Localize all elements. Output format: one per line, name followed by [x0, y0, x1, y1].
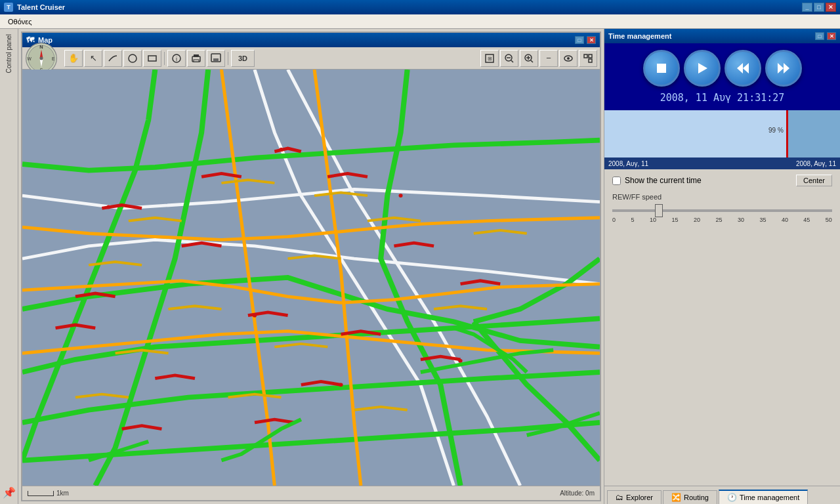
scale-label: 1km — [56, 490, 69, 497]
show-current-time-row: Show the current time Center — [612, 175, 832, 186]
rectangle-button[interactable] — [143, 50, 161, 67]
close-button[interactable]: ✕ — [826, 3, 836, 12]
eye-button[interactable] — [559, 50, 578, 67]
tick-45: 45 — [803, 217, 810, 223]
svg-marker-44 — [784, 63, 789, 74]
svg-point-9 — [129, 54, 136, 62]
routing-icon: 🔀 — [671, 493, 681, 502]
svg-marker-41 — [743, 63, 749, 74]
timeline-progress — [788, 110, 840, 158]
center-button[interactable]: Center — [796, 175, 832, 186]
svg-rect-14 — [194, 54, 199, 57]
stop-button[interactable] — [643, 50, 680, 87]
print-button[interactable] — [187, 50, 205, 67]
map-close-button[interactable]: ✕ — [587, 36, 596, 44]
svg-point-37 — [459, 359, 463, 363]
show-current-time-checkbox[interactable] — [612, 177, 621, 185]
timeline-end-label: 2008, Αυγ, 11 — [796, 160, 836, 167]
app-icon: T — [4, 3, 13, 12]
svg-rect-30 — [589, 59, 592, 62]
pan-button[interactable]: ✋ — [64, 50, 83, 67]
tick-20: 20 — [694, 217, 700, 223]
svg-rect-31 — [589, 54, 592, 58]
polyline-button[interactable] — [104, 50, 122, 67]
svg-point-38 — [339, 383, 343, 387]
svg-point-28 — [567, 57, 570, 60]
tab-time-management[interactable]: 🕐 Time management — [719, 490, 808, 504]
info-button[interactable]: i — [167, 50, 186, 67]
maximize-button[interactable]: □ — [814, 3, 824, 12]
time-mgmt-title: Time management — [608, 32, 671, 40]
svg-text:W: W — [28, 56, 32, 60]
circle-button[interactable] — [123, 50, 142, 67]
svg-rect-39 — [657, 64, 666, 73]
timeline-area[interactable]: 99 % 2008, Αυγ, 11 2008, Αυγ, 11 — [604, 110, 840, 169]
map-restore-button[interactable]: □ — [575, 36, 584, 44]
app-title: Talent Cruiser — [17, 3, 65, 11]
svg-text:i: i — [176, 56, 177, 62]
svg-point-35 — [399, 194, 403, 198]
map-window: 🗺 Map □ ✕ N S E W — [21, 32, 601, 501]
toolbar-separator-2 — [228, 52, 228, 65]
3d-button[interactable]: 3D — [231, 50, 255, 67]
zoom-minus-button[interactable]: − — [539, 50, 558, 67]
map-panel: 🗺 Map □ ✕ N S E W — [18, 29, 604, 504]
map-toolbar: N S E W ✋ ↖ — [22, 47, 600, 70]
minimize-button[interactable]: _ — [802, 3, 812, 12]
play-button[interactable] — [684, 50, 721, 87]
svg-rect-10 — [148, 56, 156, 61]
svg-text:N: N — [39, 44, 43, 50]
tab-explorer-label: Explorer — [626, 494, 653, 501]
svg-rect-29 — [584, 54, 587, 58]
tab-explorer[interactable]: 🗂 Explorer — [607, 490, 662, 504]
svg-marker-42 — [737, 63, 743, 74]
svg-line-24 — [531, 60, 533, 62]
time-mgmt-close-button[interactable]: ✕ — [827, 32, 836, 40]
svg-marker-40 — [698, 63, 707, 74]
time-display: 2008, 11 Αυγ 21:31:27 — [660, 92, 785, 104]
speed-slider[interactable] — [612, 209, 832, 212]
fast-forward-button[interactable] — [765, 50, 802, 87]
svg-line-21 — [511, 60, 513, 62]
rewind-button[interactable] — [724, 50, 761, 87]
zoom-overview-button[interactable]: ⊞ — [480, 50, 499, 67]
timeline-cursor — [786, 110, 788, 158]
control-panel-label[interactable]: Control panel — [5, 32, 12, 75]
zoom-controls: ⊞ − — [480, 50, 597, 67]
time-mgmt-restore-button[interactable]: □ — [815, 32, 824, 40]
svg-marker-43 — [778, 63, 784, 74]
time-management-window: Time management □ ✕ — [604, 29, 840, 486]
tick-35: 35 — [759, 217, 766, 223]
tick-5: 5 — [631, 217, 634, 223]
app-titlebar: T Talent Cruiser _ □ ✕ — [0, 0, 840, 14]
tick-15: 15 — [671, 217, 678, 223]
sidebar-pin[interactable]: 📌 — [3, 486, 16, 499]
speed-ticks: 0 5 10 15 20 25 30 35 40 45 50 — [612, 217, 832, 223]
tab-time-management-label: Time management — [740, 494, 799, 501]
main-layout: Control panel 📌 🗺 Map □ ✕ N S — [0, 29, 840, 504]
svg-rect-15 — [194, 60, 199, 62]
rew-ff-label: REW/FF speed — [612, 193, 832, 201]
zoom-in-button[interactable] — [520, 50, 538, 67]
progress-percentage: 99 % — [768, 127, 784, 134]
svg-rect-17 — [213, 58, 219, 62]
export-button[interactable] — [207, 50, 225, 67]
timeline-start-label: 2008, Αυγ, 11 — [608, 160, 648, 167]
altitude-label: Altitude: 0m — [560, 490, 595, 497]
tick-50: 50 — [826, 217, 832, 223]
time-mgmt-tab-icon: 🕐 — [727, 493, 737, 502]
svg-point-34 — [279, 148, 283, 152]
timeline-labels: 2008, Αυγ, 11 2008, Αυγ, 11 — [604, 158, 840, 169]
zoom-reset-button[interactable] — [579, 50, 597, 67]
map-canvas[interactable] — [22, 70, 600, 486]
playback-controls — [643, 50, 802, 87]
show-current-time-label: Show the current time — [625, 176, 702, 185]
zoom-out-button[interactable] — [500, 50, 518, 67]
tab-routing[interactable]: 🔀 Routing — [663, 490, 717, 504]
tick-0: 0 — [612, 217, 616, 223]
map-statusbar: 1km Altitude: 0m — [22, 486, 600, 500]
menu-screens[interactable]: Οθόνες — [3, 16, 37, 27]
map-titlebar: 🗺 Map □ ✕ — [22, 33, 600, 47]
tab-routing-label: Routing — [684, 494, 709, 501]
select-button[interactable]: ↖ — [84, 50, 102, 67]
